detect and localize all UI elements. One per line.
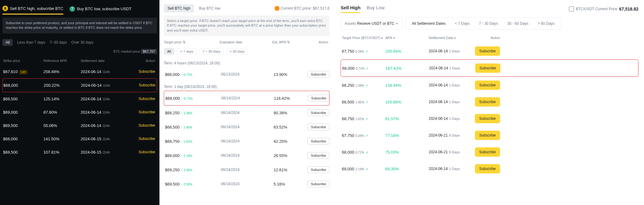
subscribe-button[interactable]: Subscribe	[127, 137, 155, 141]
subscribe-button[interactable]: Subscribe	[475, 97, 500, 107]
panel-dark: BSell BTC high, subscribe BTCTBuy BTC lo…	[0, 0, 159, 205]
settlement-filter[interactable]: < 7 Days	[452, 20, 472, 28]
table-row: $69,250 ↑ 2.56% 06/14/2024 12.61% Subscr…	[164, 163, 329, 177]
subscribe-button[interactable]: Subscribe	[127, 83, 155, 87]
price-label: Current BTC price:	[281, 6, 312, 11]
table-header: Target Price (BTC/USDT)⇅ APR⇅ Settlement…	[341, 33, 638, 43]
filter-item[interactable]: All	[164, 48, 174, 55]
col-target[interactable]: Target Price (BTC/USDT)⇅	[342, 36, 385, 40]
strike-price: $67,610VIP	[3, 69, 43, 74]
expiration-date: 06/14/2024	[221, 168, 274, 172]
col-apr[interactable]: APR⇅	[385, 36, 429, 40]
filter-item[interactable]: 7 ~ 30 days	[199, 48, 224, 55]
up-arrow-icon: ↗	[365, 151, 368, 154]
top-tab[interactable]: Buy BTC low	[195, 4, 224, 12]
mode-tab[interactable]: BSell BTC high, subscribe BTC	[2, 6, 63, 15]
target-price: $68,000 ↑ 0.71%	[165, 96, 221, 101]
filter-item[interactable]: < 7 days	[177, 48, 197, 55]
settlement-filter[interactable]: > 60 Days	[535, 20, 557, 28]
col-settle[interactable]: Settlement Date⇅	[429, 36, 485, 40]
subscribe-button[interactable]: Subscribe	[127, 69, 155, 74]
price-value: 67,518.82	[619, 7, 638, 11]
top-tab[interactable]: Sell BTC high	[164, 4, 194, 12]
subscribe-button[interactable]: Subscribe	[127, 123, 155, 128]
subscribe-button[interactable]: Subscribe	[475, 131, 500, 140]
settlement-filter[interactable]: 7 - 30 Days	[476, 20, 500, 28]
btc-icon	[275, 6, 280, 11]
calculator-icon[interactable]	[569, 7, 574, 11]
target-price: $68,250 ↑ 1.08%	[165, 111, 221, 115]
table-row: $69,000 ↑ 2.19% 06/14/2024 26.55% Subscr…	[164, 148, 329, 163]
apr-value: 75.03%	[385, 150, 429, 155]
apr-value: 167.42%	[386, 66, 429, 71]
apr-value: 42.25%	[274, 139, 308, 144]
coin-icon: T	[69, 6, 75, 12]
subscribe-button[interactable]: Subscribe	[307, 71, 329, 78]
col-expiration: Expiration date	[220, 40, 272, 44]
top-tabs: Sell BTC highBuy BTC low	[164, 4, 224, 12]
filter-item[interactable]: > 30 days	[226, 48, 248, 55]
delta: ↑ 1.08%	[180, 111, 192, 115]
subscribe-button[interactable]: Subscribe	[127, 110, 155, 114]
expiration-date: 06/14/2024	[221, 139, 274, 143]
expiration-date: 06/14/2024	[221, 111, 274, 115]
apr-value: 87.60%	[43, 110, 81, 115]
delta: 2.19%	[356, 168, 364, 171]
subscribe-button[interactable]: Subscribe	[475, 81, 500, 90]
col-action: Action	[485, 36, 500, 40]
subscribe-button[interactable]: Subscribe	[307, 152, 329, 159]
price-value: $67,517.6	[313, 6, 329, 11]
up-arrow-icon: ↗	[365, 168, 368, 171]
strike-price: $68,500	[3, 97, 43, 101]
term-label: Term: 4 hours (06/13/2024, 16:00)	[164, 58, 329, 67]
tab[interactable]: Sell High	[341, 5, 360, 13]
apr-value: 116.42%	[274, 96, 308, 101]
subscribe-button[interactable]: Subscribe	[475, 164, 500, 173]
col-target[interactable]: Target price ⇅	[164, 40, 220, 44]
subscribe-button[interactable]: Subscribe	[308, 95, 330, 102]
assets-dropdown[interactable]: Assets Receive USDT or BTC ▼	[341, 17, 402, 30]
apr-value: 81.57%	[385, 116, 429, 121]
apr-value: 205.84%	[385, 49, 429, 54]
table-row: $68,750 ↑ 1.82% 06/14/2024 42.25% Subscr…	[164, 134, 329, 148]
subscribe-button[interactable]: Subscribe	[127, 150, 155, 154]
assets-label: Assets	[345, 21, 356, 26]
subscribe-button[interactable]: Subscribe	[307, 109, 329, 116]
apr-value: 141.50%	[43, 137, 81, 141]
subscribe-button[interactable]: Subscribe	[475, 114, 500, 123]
top-row: Sell HighBuy Low BTC/USDT Current Price …	[341, 3, 638, 17]
sort-icon: ⇅	[454, 37, 456, 40]
filter-item[interactable]: Over 30 days	[71, 40, 93, 45]
price-label: BTC/USDT Current Price	[576, 7, 617, 11]
subscribe-button[interactable]: Subscribe	[127, 97, 155, 101]
col-apr: Reference APR	[43, 59, 81, 63]
filter-item[interactable]: 7~30 days	[50, 40, 67, 45]
table-row: 68,0000.71%↗ 167.42% 2024-06-141 Days Su…	[341, 59, 638, 77]
subscribe-button[interactable]: Subscribe	[307, 124, 329, 130]
mode-tab[interactable]: TBuy BTC low, subscribe USDT	[69, 6, 132, 15]
expiration-date: 06/14/2024	[221, 182, 274, 186]
delta: ↑ 0.71%	[181, 97, 193, 100]
filter-item[interactable]: Less than 7 days	[17, 40, 45, 45]
subscribe-button[interactable]: Subscribe	[475, 147, 500, 157]
settlement-filter[interactable]: 30 - 60 Days	[505, 20, 531, 28]
up-arrow-icon: ↗	[365, 117, 368, 121]
target-price: 68,7501.82%↗	[342, 116, 385, 121]
delta: ↑ 1.82%	[180, 140, 192, 143]
subscribe-button[interactable]: Subscribe	[475, 46, 500, 56]
duration: 1D4h	[103, 124, 110, 128]
tab[interactable]: Buy Low	[367, 5, 385, 13]
subscribe-button[interactable]: Subscribe	[307, 166, 329, 173]
filter-item[interactable]: All	[2, 39, 13, 46]
coin-icon: B	[2, 6, 8, 11]
subscribe-button[interactable]: Subscribe	[475, 63, 500, 73]
duration: 2D4h	[103, 151, 110, 154]
col-apr[interactable]: Est. APR ⇅	[272, 40, 306, 44]
target-price: $69,500 ↑ 2.93%	[165, 182, 221, 186]
subscribe-button[interactable]: Subscribe	[307, 181, 329, 187]
subscribe-button[interactable]: Subscribe	[307, 138, 329, 145]
table-row: $68,250 ↑ 1.08% 06/14/2024 90.38% Subscr…	[164, 106, 329, 120]
target-price: 69,0002.19%↗	[342, 167, 385, 171]
apr-value: 13.90%	[274, 72, 308, 77]
settlement-filter[interactable]: All Settlement Dates	[409, 20, 448, 28]
